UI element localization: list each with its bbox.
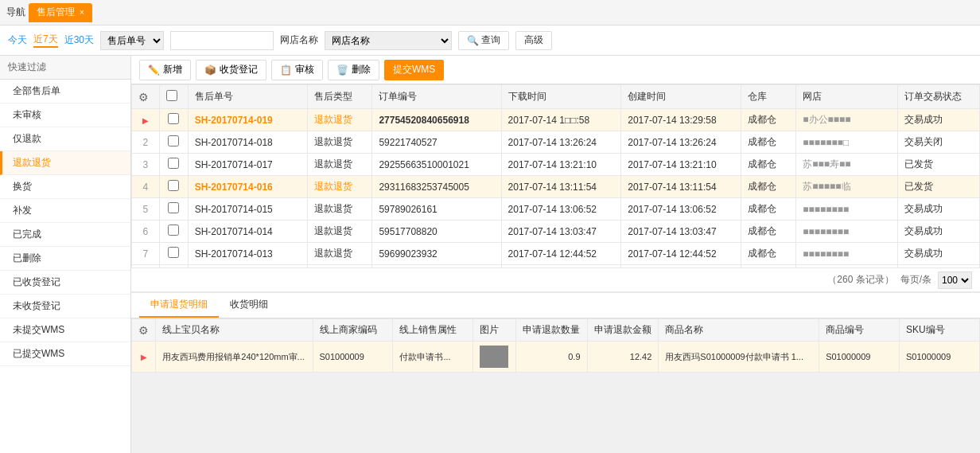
row-download-time: 2017-07-14 13:21:10 — [501, 154, 621, 176]
receive-register-button[interactable]: 📦 收货登记 — [196, 60, 266, 80]
row-warehouse: 成都仓 — [741, 109, 796, 131]
row-shop: ■■■■■■■■ — [796, 243, 897, 265]
detail-col-gear[interactable]: ⚙ — [132, 319, 156, 342]
filter-30days[interactable]: 近30天 — [64, 33, 94, 47]
toolbar: 今天 近7天 近30天 售后单号 网店名称 网店名称 🔍 查询 高级 — [0, 25, 980, 56]
row-order-no: 59699023932 — [372, 243, 501, 265]
sidebar-item-wms[interactable]: 已提交WMS — [0, 342, 130, 366]
row-aftersale-no: SH-20170714-016 — [188, 176, 308, 198]
sidebar-item-refund-return[interactable]: 退款退货 — [0, 151, 130, 175]
row-create-time: 2017-07-14 13:06:52 — [621, 198, 741, 221]
nav-tab-aftersale[interactable]: 售后管理 × — [29, 3, 92, 22]
row-checkbox[interactable] — [168, 247, 179, 258]
row-checkbox[interactable] — [168, 158, 179, 169]
sidebar-item-supplement[interactable]: 补发 — [0, 199, 130, 223]
row-checkbox-cell[interactable] — [159, 176, 188, 198]
table-row[interactable]: 2SH-20170714-018退款退货592217405272017-07-1… — [132, 131, 980, 154]
row-order-no: 29255663510001021 — [372, 154, 501, 176]
detail-col-sale-attr: 线上销售属性 — [393, 319, 473, 342]
row-download-time: 2017-07-14 13:26:24 — [501, 131, 621, 154]
sidebar-item-not-wms[interactable]: 未提交WMS — [0, 318, 130, 342]
sidebar-item-deleted[interactable]: 已删除 — [0, 247, 130, 271]
filter-today[interactable]: 今天 — [8, 33, 27, 47]
row-order-no: 59789026161 — [372, 198, 501, 221]
col-gear[interactable]: ⚙ — [132, 85, 160, 109]
row-status: 交易成功 — [897, 198, 979, 221]
per-page-select[interactable]: 100 — [938, 271, 972, 289]
row-aftersale-no: SH-20170714-014 — [188, 221, 308, 243]
col-aftersale-no: 售后单号 — [188, 85, 308, 109]
row-shop: 苏■■■寿■■ — [796, 154, 897, 176]
table-row[interactable]: ▶SH-20170714-019退款退货27754520840656918201… — [132, 109, 980, 131]
detail-col-product-name: 商品名称 — [659, 319, 819, 342]
play-icon[interactable]: ▶ — [142, 116, 149, 125]
add-icon: ✏️ — [148, 64, 160, 76]
advanced-button[interactable]: 高级 — [515, 31, 552, 50]
detail-col-name: 线上宝贝名称 — [156, 319, 313, 342]
filter-input[interactable] — [170, 31, 274, 50]
row-shop: ■■■■■■■■ — [796, 198, 897, 221]
detail-product-name: 用友西玛费用报销单240*120mm审... — [156, 342, 313, 373]
row-shop: ■■■■■■■□ — [796, 131, 897, 154]
sidebar-header: 快速过滤 — [0, 56, 130, 80]
row-warehouse: 成都仓 — [741, 243, 796, 265]
select-all-checkbox[interactable] — [166, 90, 177, 101]
detail-row-play[interactable]: ▶ — [132, 342, 156, 373]
col-type: 售后类型 — [308, 85, 372, 109]
row-create-time: 2017-07-14 13:11:54 — [621, 176, 741, 198]
row-checkbox-cell[interactable] — [159, 154, 188, 176]
table-row[interactable]: 4SH-20170714-016退款退货29311683253745005201… — [132, 176, 980, 198]
search-icon: 🔍 — [467, 35, 479, 46]
row-checkbox-cell[interactable] — [159, 109, 188, 131]
detail-gear-icon[interactable]: ⚙ — [138, 324, 149, 337]
table-row[interactable]: 6SH-20170714-014退款退货595177088202017-07-1… — [132, 221, 980, 243]
row-checkbox-cell[interactable] — [159, 131, 188, 154]
table-row[interactable]: 3SH-20170714-017退款退货29255663510001021201… — [132, 154, 980, 176]
row-checkbox[interactable] — [168, 135, 179, 146]
detail-full-product-name: 用友西玛S01000009付款申请书 1... — [659, 342, 819, 373]
row-download-time: 2017-07-14 12:44:52 — [501, 243, 621, 265]
row-index: 6 — [132, 221, 160, 243]
filter-type-select[interactable]: 售后单号 — [100, 31, 164, 50]
sidebar-item-refund-only[interactable]: 仅退款 — [0, 127, 130, 151]
row-checkbox[interactable] — [168, 113, 179, 124]
row-index: 7 — [132, 243, 160, 265]
col-checkbox-header — [159, 85, 188, 109]
detail-play-icon[interactable]: ▶ — [141, 353, 147, 361]
row-checkbox[interactable] — [168, 225, 179, 236]
row-status: 交易成功 — [897, 109, 979, 131]
row-index: ▶ — [132, 109, 160, 131]
nav-tab-close-icon[interactable]: × — [80, 8, 84, 17]
detail-col-sku: SKU编号 — [900, 319, 980, 342]
sidebar-item-pending[interactable]: 未审核 — [0, 103, 130, 127]
row-checkbox-cell[interactable] — [159, 221, 188, 243]
sidebar: 快速过滤 全部售后单 未审核 仅退款 退款退货 换货 补发 已完成 已删除 已收… — [0, 56, 131, 453]
filter-7days[interactable]: 近7天 — [33, 33, 58, 48]
sidebar-item-exchange[interactable]: 换货 — [0, 175, 130, 199]
col-create: 创建时间 — [621, 85, 741, 109]
delete-button[interactable]: 🗑️ 删除 — [328, 60, 379, 80]
table-row[interactable]: 5SH-20170714-015退款退货597890261612017-07-1… — [132, 198, 980, 221]
sidebar-item-received[interactable]: 已收货登记 — [0, 271, 130, 295]
main-table: ⚙ 售后单号 售后类型 订单编号 下载时间 创建时间 仓库 网店 订单交易状态 … — [131, 84, 980, 268]
submit-wms-button[interactable]: 提交WMS — [384, 60, 444, 80]
search-button[interactable]: 🔍 查询 — [458, 31, 509, 50]
sidebar-item-not-received[interactable]: 未收货登记 — [0, 295, 130, 318]
search-label: 查询 — [481, 33, 500, 47]
sidebar-item-all[interactable]: 全部售后单 — [0, 80, 130, 103]
gear-icon[interactable]: ⚙ — [138, 91, 149, 103]
row-checkbox-cell[interactable] — [159, 198, 188, 221]
audit-button[interactable]: 📋 审核 — [271, 60, 323, 80]
row-checkbox[interactable] — [168, 180, 179, 191]
sidebar-item-completed[interactable]: 已完成 — [0, 223, 130, 247]
row-shop: 苏■■■■■临 — [796, 176, 897, 198]
add-button[interactable]: ✏️ 新增 — [139, 60, 191, 80]
row-checkbox[interactable] — [168, 202, 179, 213]
main-layout: 快速过滤 全部售后单 未审核 仅退款 退款退货 换货 补发 已完成 已删除 已收… — [0, 56, 980, 453]
table-row[interactable]: 7SH-20170714-013退款退货596990239322017-07-1… — [132, 243, 980, 265]
detail-tab-return[interactable]: 申请退货明细 — [139, 293, 219, 318]
col-download: 下载时间 — [501, 85, 621, 109]
shop-select[interactable]: 网店名称 — [325, 31, 452, 50]
row-checkbox-cell[interactable] — [159, 243, 188, 265]
detail-tab-receive[interactable]: 收货明细 — [219, 293, 279, 318]
